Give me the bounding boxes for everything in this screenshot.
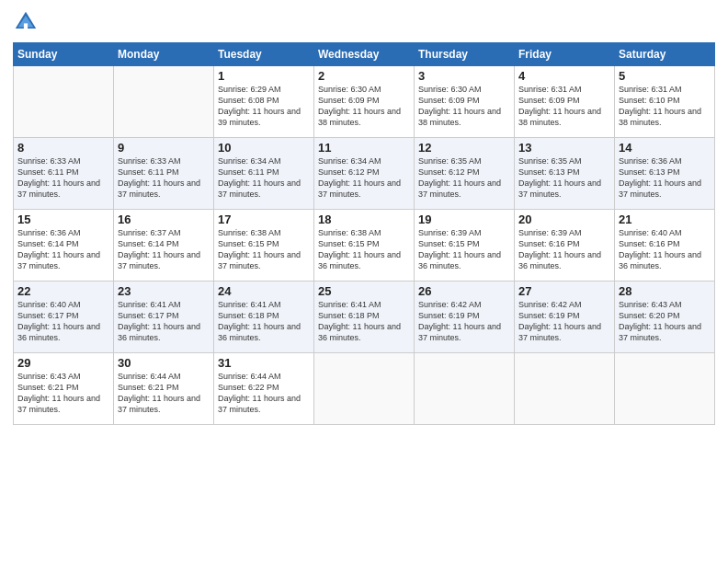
svg-rect-2 <box>24 23 28 29</box>
day-info: Sunrise: 6:40 AMSunset: 6:17 PMDaylight:… <box>17 299 109 344</box>
day-number: 3 <box>418 69 510 83</box>
day-info: Sunrise: 6:40 AMSunset: 6:16 PMDaylight:… <box>619 227 711 272</box>
calendar-cell: 9Sunrise: 6:33 AMSunset: 6:11 PMDaylight… <box>114 138 214 210</box>
day-info: Sunrise: 6:36 AMSunset: 6:14 PMDaylight:… <box>17 227 109 272</box>
day-number: 25 <box>318 284 410 298</box>
day-number: 2 <box>318 69 410 83</box>
calendar-cell: 2Sunrise: 6:30 AMSunset: 6:09 PMDaylight… <box>314 66 415 138</box>
calendar-cell <box>114 66 214 138</box>
day-info: Sunrise: 6:42 AMSunset: 6:19 PMDaylight:… <box>418 299 510 344</box>
weekday-header-saturday: Saturday <box>615 43 715 66</box>
calendar-cell: 18Sunrise: 6:38 AMSunset: 6:15 PMDayligh… <box>314 210 415 282</box>
calendar-cell: 13Sunrise: 6:35 AMSunset: 6:13 PMDayligh… <box>515 138 615 210</box>
day-info: Sunrise: 6:38 AMSunset: 6:15 PMDaylight:… <box>218 227 310 272</box>
day-info: Sunrise: 6:34 AMSunset: 6:11 PMDaylight:… <box>218 155 310 201</box>
day-number: 13 <box>518 141 610 155</box>
day-info: Sunrise: 6:41 AMSunset: 6:18 PMDaylight:… <box>218 299 310 344</box>
day-number: 19 <box>418 213 510 226</box>
day-number: 17 <box>218 213 310 226</box>
calendar-cell: 30Sunrise: 6:44 AMSunset: 6:21 PMDayligh… <box>114 353 214 425</box>
day-number: 12 <box>418 141 510 155</box>
calendar-cell: 11Sunrise: 6:34 AMSunset: 6:12 PMDayligh… <box>314 138 415 210</box>
weekday-header-tuesday: Tuesday <box>214 43 314 66</box>
weekday-header-friday: Friday <box>515 43 615 66</box>
day-number: 28 <box>619 284 711 298</box>
calendar-week-row: 1Sunrise: 6:29 AMSunset: 6:08 PMDaylight… <box>14 66 715 138</box>
day-number: 20 <box>518 213 610 226</box>
day-number: 26 <box>418 284 510 298</box>
calendar-cell: 17Sunrise: 6:38 AMSunset: 6:15 PMDayligh… <box>214 210 314 282</box>
day-info: Sunrise: 6:35 AMSunset: 6:12 PMDaylight:… <box>418 155 510 201</box>
weekday-header-wednesday: Wednesday <box>314 43 415 66</box>
calendar-cell: 16Sunrise: 6:37 AMSunset: 6:14 PMDayligh… <box>114 210 214 282</box>
day-info: Sunrise: 6:31 AMSunset: 6:09 PMDaylight:… <box>518 84 610 129</box>
day-number: 27 <box>518 284 610 298</box>
day-number: 23 <box>118 284 210 298</box>
day-number: 14 <box>619 141 711 155</box>
calendar-cell: 20Sunrise: 6:39 AMSunset: 6:16 PMDayligh… <box>515 210 615 282</box>
calendar-cell: 15Sunrise: 6:36 AMSunset: 6:14 PMDayligh… <box>14 210 114 282</box>
day-info: Sunrise: 6:29 AMSunset: 6:08 PMDaylight:… <box>218 84 310 129</box>
day-number: 11 <box>318 141 410 155</box>
calendar-cell: 26Sunrise: 6:42 AMSunset: 6:19 PMDayligh… <box>415 282 515 353</box>
day-info: Sunrise: 6:38 AMSunset: 6:15 PMDaylight:… <box>318 227 410 272</box>
weekday-header-sunday: Sunday <box>14 43 114 66</box>
calendar-week-row: 15Sunrise: 6:36 AMSunset: 6:14 PMDayligh… <box>14 210 715 282</box>
calendar-cell: 8Sunrise: 6:33 AMSunset: 6:11 PMDaylight… <box>14 138 114 210</box>
day-number: 24 <box>218 284 310 298</box>
calendar-cell: 23Sunrise: 6:41 AMSunset: 6:17 PMDayligh… <box>114 282 214 353</box>
day-number: 15 <box>17 213 109 226</box>
calendar-cell: 19Sunrise: 6:39 AMSunset: 6:15 PMDayligh… <box>415 210 515 282</box>
header <box>13 9 715 35</box>
day-info: Sunrise: 6:39 AMSunset: 6:16 PMDaylight:… <box>518 227 610 272</box>
day-number: 4 <box>518 69 610 83</box>
logo <box>13 9 42 35</box>
day-info: Sunrise: 6:39 AMSunset: 6:15 PMDaylight:… <box>418 227 510 272</box>
day-info: Sunrise: 6:33 AMSunset: 6:11 PMDaylight:… <box>118 155 210 201</box>
calendar-cell: 25Sunrise: 6:41 AMSunset: 6:18 PMDayligh… <box>314 282 415 353</box>
day-info: Sunrise: 6:31 AMSunset: 6:10 PMDaylight:… <box>619 84 711 129</box>
weekday-header-thursday: Thursday <box>415 43 515 66</box>
day-number: 22 <box>17 284 109 298</box>
calendar-cell: 10Sunrise: 6:34 AMSunset: 6:11 PMDayligh… <box>214 138 314 210</box>
calendar-cell: 1Sunrise: 6:29 AMSunset: 6:08 PMDaylight… <box>214 66 314 138</box>
day-info: Sunrise: 6:35 AMSunset: 6:13 PMDaylight:… <box>518 155 610 201</box>
day-number: 5 <box>619 69 711 83</box>
day-info: Sunrise: 6:41 AMSunset: 6:18 PMDaylight:… <box>318 299 410 344</box>
day-info: Sunrise: 6:43 AMSunset: 6:20 PMDaylight:… <box>619 299 711 344</box>
day-info: Sunrise: 6:30 AMSunset: 6:09 PMDaylight:… <box>318 84 410 129</box>
weekday-header-monday: Monday <box>114 43 214 66</box>
calendar-cell <box>314 353 415 425</box>
day-number: 21 <box>619 213 711 226</box>
day-number: 29 <box>17 356 109 370</box>
calendar-cell: 28Sunrise: 6:43 AMSunset: 6:20 PMDayligh… <box>615 282 715 353</box>
calendar-cell: 29Sunrise: 6:43 AMSunset: 6:21 PMDayligh… <box>14 353 114 425</box>
calendar-week-row: 22Sunrise: 6:40 AMSunset: 6:17 PMDayligh… <box>14 282 715 353</box>
logo-icon <box>13 9 39 35</box>
day-number: 16 <box>118 213 210 226</box>
calendar-cell: 12Sunrise: 6:35 AMSunset: 6:12 PMDayligh… <box>415 138 515 210</box>
calendar-cell: 22Sunrise: 6:40 AMSunset: 6:17 PMDayligh… <box>14 282 114 353</box>
day-info: Sunrise: 6:41 AMSunset: 6:17 PMDaylight:… <box>118 299 210 344</box>
calendar-cell: 4Sunrise: 6:31 AMSunset: 6:09 PMDaylight… <box>515 66 615 138</box>
day-info: Sunrise: 6:44 AMSunset: 6:22 PMDaylight:… <box>218 371 310 416</box>
day-number: 10 <box>218 141 310 155</box>
day-number: 30 <box>118 356 210 370</box>
day-info: Sunrise: 6:44 AMSunset: 6:21 PMDaylight:… <box>118 371 210 416</box>
day-info: Sunrise: 6:36 AMSunset: 6:13 PMDaylight:… <box>619 155 711 201</box>
calendar-cell: 27Sunrise: 6:42 AMSunset: 6:19 PMDayligh… <box>515 282 615 353</box>
day-info: Sunrise: 6:42 AMSunset: 6:19 PMDaylight:… <box>518 299 610 344</box>
weekday-header-row: SundayMondayTuesdayWednesdayThursdayFrid… <box>14 43 715 66</box>
day-info: Sunrise: 6:43 AMSunset: 6:21 PMDaylight:… <box>17 371 109 416</box>
day-number: 8 <box>17 141 109 155</box>
calendar-cell <box>515 353 615 425</box>
day-info: Sunrise: 6:33 AMSunset: 6:11 PMDaylight:… <box>17 155 109 201</box>
calendar-cell: 14Sunrise: 6:36 AMSunset: 6:13 PMDayligh… <box>615 138 715 210</box>
page-container: SundayMondayTuesdayWednesdayThursdayFrid… <box>0 0 728 563</box>
day-number: 9 <box>118 141 210 155</box>
day-number: 18 <box>318 213 410 226</box>
calendar-cell: 5Sunrise: 6:31 AMSunset: 6:10 PMDaylight… <box>615 66 715 138</box>
calendar-week-row: 8Sunrise: 6:33 AMSunset: 6:11 PMDaylight… <box>14 138 715 210</box>
day-info: Sunrise: 6:34 AMSunset: 6:12 PMDaylight:… <box>318 155 410 201</box>
calendar-week-row: 29Sunrise: 6:43 AMSunset: 6:21 PMDayligh… <box>14 353 715 425</box>
